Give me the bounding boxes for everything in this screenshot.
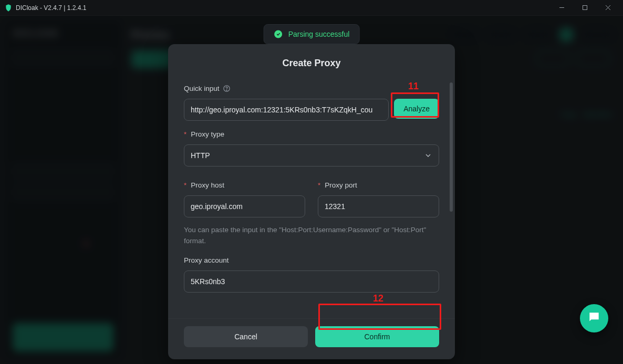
modal-title: Create Proxy bbox=[168, 44, 455, 71]
format-hint: You can paste the input in the "Host:Por… bbox=[184, 225, 439, 247]
chat-icon bbox=[587, 310, 601, 326]
minimize-button[interactable] bbox=[551, 0, 573, 16]
quick-input-field[interactable] bbox=[184, 99, 389, 121]
chevron-down-icon bbox=[424, 151, 432, 160]
window-title: DICloak - V2.4.7 | 1.2.4.1 bbox=[16, 4, 87, 12]
confirm-button[interactable]: Confirm bbox=[315, 326, 439, 347]
proxy-host-field[interactable] bbox=[184, 195, 305, 217]
scrollbar-thumb[interactable] bbox=[450, 82, 453, 212]
analyze-button[interactable]: Analyze bbox=[394, 99, 439, 119]
svg-point-4 bbox=[274, 30, 282, 38]
titlebar: DICloak - V2.4.7 | 1.2.4.1 bbox=[0, 0, 623, 16]
proxy-account-field[interactable] bbox=[184, 271, 439, 293]
proxy-type-value: HTTP bbox=[191, 151, 210, 160]
proxy-host-input[interactable] bbox=[191, 202, 298, 211]
quick-input-label: Quick input bbox=[184, 85, 439, 92]
proxy-account-input[interactable] bbox=[191, 277, 432, 286]
proxy-port-field[interactable] bbox=[318, 195, 439, 217]
proxy-type-label: *Proxy type bbox=[184, 130, 439, 138]
proxy-port-label: *Proxy port bbox=[318, 181, 439, 189]
proxy-host-label: *Proxy host bbox=[184, 181, 305, 189]
maximize-button[interactable] bbox=[574, 0, 596, 16]
help-icon[interactable] bbox=[223, 85, 231, 92]
proxy-port-input[interactable] bbox=[325, 202, 432, 211]
toast-success: Parsing successful bbox=[264, 24, 360, 44]
svg-point-6 bbox=[226, 90, 227, 90]
close-button[interactable] bbox=[597, 0, 619, 16]
check-circle-icon bbox=[274, 29, 283, 39]
cancel-button[interactable]: Cancel bbox=[184, 326, 308, 347]
chat-button[interactable] bbox=[580, 304, 608, 332]
quick-input[interactable] bbox=[191, 106, 382, 114]
proxy-type-select[interactable]: HTTP bbox=[184, 144, 439, 167]
toast-text: Parsing successful bbox=[288, 30, 350, 38]
create-proxy-modal: Create Proxy Quick input bbox=[168, 44, 455, 359]
svg-rect-1 bbox=[583, 6, 587, 10]
app-icon bbox=[4, 4, 13, 12]
proxy-account-label: Proxy account bbox=[184, 256, 439, 264]
